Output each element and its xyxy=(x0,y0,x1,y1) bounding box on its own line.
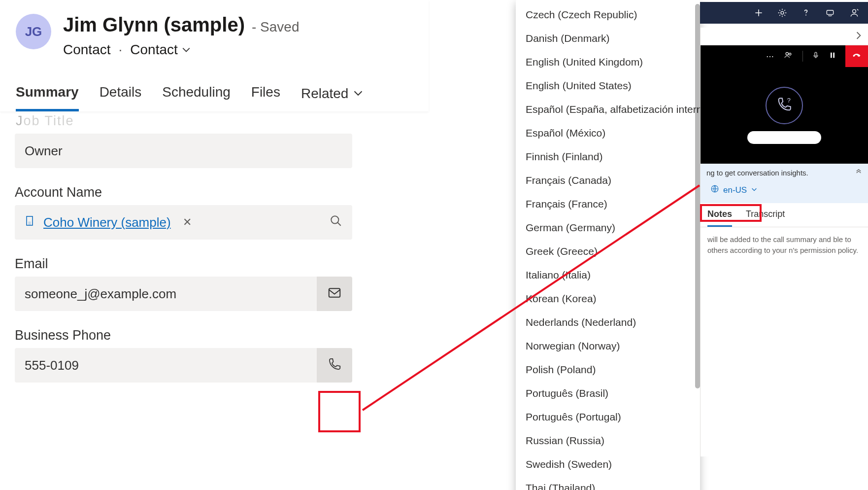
language-option[interactable]: Français (Canada) xyxy=(516,169,700,192)
language-option[interactable]: Português (Portugal) xyxy=(516,405,700,429)
more-icon[interactable]: ⋯ xyxy=(766,52,774,61)
language-option[interactable]: Español (México) xyxy=(516,121,700,145)
language-option[interactable]: Norwegian (Norway) xyxy=(516,334,700,358)
language-option[interactable]: Greek (Greece) xyxy=(516,240,700,263)
contact-record-pane: JG Jim Glynn (sample) - Saved Contact · … xyxy=(0,0,429,490)
participant-name-redacted xyxy=(747,131,821,144)
insights-banner: ng to get conversation insights. en-US xyxy=(701,164,868,203)
email-field-row: someone_j@example.com xyxy=(15,277,352,311)
remove-account-icon[interactable]: ✕ xyxy=(183,216,192,229)
send-email-button[interactable] xyxy=(317,277,352,311)
language-dropdown[interactable]: Czech (Czech Republic)Danish (Denmark)En… xyxy=(516,0,700,490)
language-option[interactable]: Español (España, alfabetización internac… xyxy=(516,98,700,121)
job-title-value: Owner xyxy=(25,143,63,159)
collapse-icon[interactable] xyxy=(855,169,862,177)
language-option[interactable]: Swedish (Sweden) xyxy=(516,453,700,476)
pause-icon[interactable] xyxy=(829,51,836,62)
transcript-language-selector[interactable]: en-US xyxy=(706,182,862,198)
contact-name: Jim Glynn (sample) xyxy=(63,14,245,36)
language-option[interactable]: German (Germany) xyxy=(516,216,700,240)
phone-field-row: 555-0109 xyxy=(15,348,352,383)
hang-up-button[interactable] xyxy=(845,45,868,67)
mail-icon xyxy=(327,285,342,302)
language-option[interactable]: Korean (Korea) xyxy=(516,287,700,311)
people-icon[interactable] xyxy=(783,51,794,62)
entity-type-text: Contact xyxy=(130,42,178,58)
person-icon[interactable] xyxy=(849,8,859,18)
call-status-ring: ? xyxy=(766,87,803,124)
email-value: someone_j@example.com xyxy=(25,286,176,302)
add-icon[interactable] xyxy=(754,8,764,18)
help-icon[interactable] xyxy=(801,8,811,18)
email-field[interactable]: someone_j@example.com xyxy=(15,277,317,311)
language-option[interactable]: English (United States) xyxy=(516,74,700,98)
language-option[interactable]: Danish (Denmark) xyxy=(516,27,700,50)
tab-related-label: Related xyxy=(301,86,349,102)
language-option[interactable]: Polish (Poland) xyxy=(516,358,700,382)
svg-point-8 xyxy=(853,9,856,13)
business-phone-label: Business Phone xyxy=(15,328,414,343)
svg-rect-12 xyxy=(831,53,832,58)
svg-point-6 xyxy=(805,15,806,16)
globe-icon xyxy=(710,184,719,196)
business-phone-field[interactable]: 555-0109 xyxy=(15,348,317,383)
scrollbar[interactable] xyxy=(695,4,700,388)
language-option[interactable]: Nederlands (Nederland) xyxy=(516,311,700,334)
email-label: Email xyxy=(15,256,414,272)
gear-icon[interactable] xyxy=(777,8,787,18)
contact-fields-area: Job Title Owner Account Name Coho Winery… xyxy=(0,111,429,383)
account-entity-icon xyxy=(25,215,36,230)
contact-avatar: JG xyxy=(16,14,51,49)
hangup-icon xyxy=(850,50,863,62)
chevron-right-icon[interactable] xyxy=(854,31,863,42)
phone-question-icon: ? xyxy=(776,96,793,115)
contact-header: JG Jim Glynn (sample) - Saved Contact · … xyxy=(0,0,429,111)
account-name-field[interactable]: Coho Winery (sample) ✕ xyxy=(15,205,352,240)
account-name-link[interactable]: Coho Winery (sample) xyxy=(43,215,171,230)
tab-related[interactable]: Related xyxy=(301,84,364,111)
search-icon[interactable] xyxy=(330,214,342,231)
chevron-down-icon xyxy=(182,42,191,58)
assistant-icon[interactable] xyxy=(825,8,835,18)
svg-rect-13 xyxy=(833,53,835,58)
chevron-down-icon xyxy=(751,185,758,195)
language-option[interactable]: English (United Kingdom) xyxy=(516,50,700,74)
language-option[interactable]: Czech (Czech Republic) xyxy=(516,3,700,27)
svg-rect-7 xyxy=(827,10,833,14)
call-panel-header xyxy=(701,28,868,45)
job-title-field[interactable]: Owner xyxy=(15,134,352,168)
tab-scheduling[interactable]: Scheduling xyxy=(162,84,231,111)
svg-rect-11 xyxy=(815,52,817,56)
language-option[interactable]: Français (France) xyxy=(516,192,700,216)
svg-point-10 xyxy=(789,53,791,55)
language-option[interactable]: Russian (Russia) xyxy=(516,429,700,453)
call-control-bar: ⋯ xyxy=(701,45,868,67)
entity-type-dropdown[interactable]: Contact xyxy=(130,42,191,58)
language-option[interactable]: Português (Brasil) xyxy=(516,382,700,405)
account-name-label: Account Name xyxy=(15,185,414,200)
chevron-down-icon xyxy=(353,86,363,102)
call-panel: ⋯ ? ng to get conversation insights. xyxy=(700,28,868,456)
tab-files[interactable]: Files xyxy=(251,84,280,111)
microphone-icon[interactable] xyxy=(812,50,820,62)
svg-point-2 xyxy=(331,216,338,223)
job-title-label-cut: Job Title xyxy=(16,113,414,129)
call-panel-tabs: Notes Transcript xyxy=(701,203,868,227)
svg-point-9 xyxy=(786,52,788,55)
divider xyxy=(802,51,803,62)
global-command-bar xyxy=(700,2,868,24)
svg-rect-4 xyxy=(329,288,340,297)
tab-transcript[interactable]: Transcript xyxy=(746,209,785,227)
svg-rect-1 xyxy=(29,222,31,225)
entity-label: Contact xyxy=(63,42,111,58)
language-option[interactable]: Italiano (Italia) xyxy=(516,263,700,287)
phone-icon xyxy=(327,357,342,374)
tab-notes[interactable]: Notes xyxy=(707,209,732,227)
svg-text:?: ? xyxy=(787,97,791,104)
language-option[interactable]: Finnish (Finland) xyxy=(516,145,700,169)
dial-phone-button[interactable] xyxy=(317,348,352,383)
language-option[interactable]: Thai (Thailand) xyxy=(516,476,700,490)
tab-summary[interactable]: Summary xyxy=(16,84,79,111)
tab-details[interactable]: Details xyxy=(100,84,142,111)
saved-indicator: - Saved xyxy=(252,19,300,35)
